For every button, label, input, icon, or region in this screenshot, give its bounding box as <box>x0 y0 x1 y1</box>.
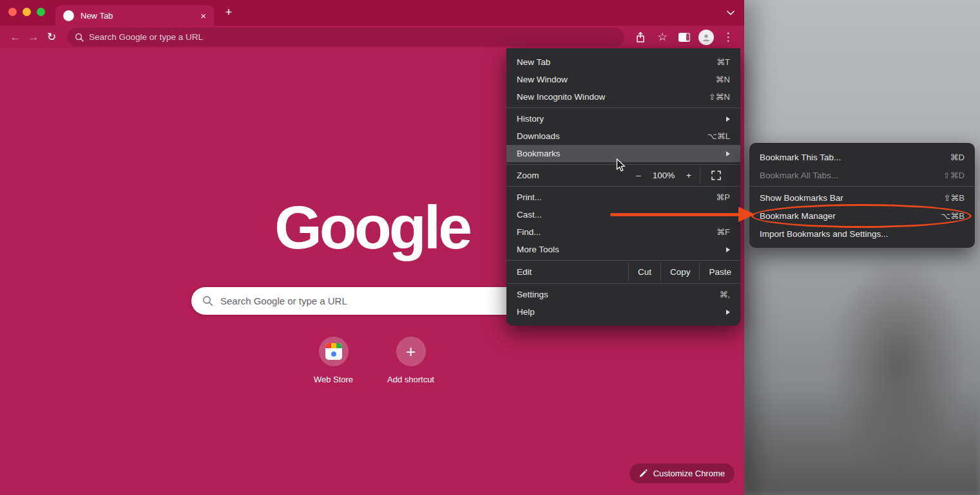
new-tab-button[interactable]: + <box>222 6 236 19</box>
shortcut-label: Web Store <box>314 375 353 384</box>
close-window-button[interactable] <box>8 8 17 16</box>
bookmark-star-icon[interactable]: ☆ <box>653 28 672 46</box>
menu-item-label: Find... <box>517 227 716 237</box>
fullscreen-icon[interactable] <box>702 171 730 180</box>
menu-item-label: Show Bookmarks Bar <box>760 193 943 203</box>
menu-item-new-window[interactable]: New Window ⌘N <box>506 71 740 88</box>
menu-item-label: Bookmark All Tabs... <box>760 171 943 180</box>
page-search-box[interactable]: Search Google or type a URL <box>191 287 552 315</box>
menu-item-label: New Tab <box>517 57 716 67</box>
menu-item-shortcut: ⌘T <box>716 57 730 67</box>
tab-favicon-icon <box>63 10 74 21</box>
menu-item-shortcut: ⌘, <box>719 290 730 299</box>
menu-item-downloads[interactable]: Downloads ⌥⌘L <box>506 127 740 145</box>
shortcut-web-store[interactable]: Web Store <box>300 337 367 384</box>
submenu-arrow-icon <box>726 247 730 252</box>
menu-item-print[interactable]: Print... ⌘P <box>506 189 740 206</box>
pencil-icon <box>639 469 648 478</box>
zoom-in-button[interactable]: + <box>679 171 698 180</box>
side-panel-glyph <box>678 33 690 42</box>
zoom-divider <box>700 167 700 184</box>
menu-separator <box>506 107 740 108</box>
menu-item-label: Import Bookmarks and Settings... <box>760 229 965 239</box>
menu-item-find[interactable]: Find... ⌘F <box>506 223 740 241</box>
toolbar-actions: ☆ ⋮ <box>631 28 738 46</box>
zoom-out-button[interactable]: – <box>629 171 648 180</box>
back-icon[interactable]: ← <box>6 31 24 44</box>
edit-paste-button[interactable]: Paste <box>699 263 740 281</box>
search-icon <box>75 33 84 42</box>
submenu-arrow-icon <box>726 151 730 156</box>
submenu-item-import-bookmarks[interactable]: Import Bookmarks and Settings... <box>749 225 975 243</box>
menu-item-label: Bookmarks <box>517 149 726 158</box>
minimize-window-button[interactable] <box>23 8 31 16</box>
zoom-level: 100% <box>648 171 679 180</box>
menu-item-label: Bookmark This Tab... <box>760 153 950 162</box>
search-icon <box>202 295 213 306</box>
menu-item-settings[interactable]: Settings ⌘, <box>506 286 740 303</box>
tab-close-icon[interactable]: × <box>200 11 206 21</box>
side-panel-icon[interactable] <box>675 28 694 46</box>
submenu-item-bookmark-this-tab[interactable]: Bookmark This Tab... ⌘D <box>749 148 975 166</box>
wallpaper-fog <box>744 386 980 495</box>
more-menu-icon[interactable]: ⋮ <box>718 28 738 46</box>
menu-item-shortcut: ⌘P <box>716 192 730 202</box>
address-bar[interactable]: Search Google or type a URL <box>67 28 624 46</box>
submenu-item-bookmark-manager[interactable]: Bookmark Manager ⌥⌘B <box>749 207 975 225</box>
reload-icon[interactable]: ↻ <box>43 30 61 44</box>
menu-item-shortcut: ⇧⌘B <box>943 193 965 203</box>
annotation-arrow-line <box>610 213 740 216</box>
menu-item-shortcut: ⌘F <box>716 227 730 237</box>
edit-cut-button[interactable]: Cut <box>628 263 660 281</box>
share-icon[interactable] <box>631 28 650 46</box>
toolbar: ← → ↻ Search Google or type a URL ☆ ⋮ <box>0 26 744 48</box>
submenu-arrow-icon <box>726 117 730 122</box>
address-placeholder: Search Google or type a URL <box>89 32 203 42</box>
web-store-icon <box>319 337 349 366</box>
menu-item-label: Downloads <box>517 131 707 141</box>
titlebar: New Tab × + <box>0 0 744 26</box>
menu-item-label: Help <box>517 307 726 317</box>
menu-item-new-tab[interactable]: New Tab ⌘T <box>506 53 740 71</box>
menu-separator <box>506 283 740 284</box>
zoom-controls: – 100% + <box>629 167 730 184</box>
menu-item-edit: Edit Cut Copy Paste <box>506 263 740 281</box>
zoom-window-button[interactable] <box>37 8 45 16</box>
menu-separator <box>506 260 740 261</box>
menu-item-new-incognito-window[interactable]: New Incognito Window ⇧⌘N <box>506 88 740 106</box>
menu-item-shortcut: ⌥⌘L <box>707 131 730 141</box>
menu-item-label: Print... <box>517 192 716 202</box>
page-search-placeholder: Search Google or type a URL <box>220 295 347 306</box>
submenu-item-bookmark-all-tabs: Bookmark All Tabs... ⇧⌘D <box>749 166 975 184</box>
menu-separator <box>749 186 975 187</box>
tab-title: New Tab <box>81 11 200 21</box>
submenu-item-show-bookmarks-bar[interactable]: Show Bookmarks Bar ⇧⌘B <box>749 189 975 207</box>
menu-item-label: Settings <box>517 290 719 299</box>
menu-item-label: New Window <box>517 75 716 84</box>
menu-item-label: Bookmark Manager <box>760 211 941 221</box>
menu-item-shortcut: ⇧⌘D <box>943 171 965 180</box>
menu-item-label: Zoom <box>517 171 629 180</box>
customize-chrome-label: Customize Chrome <box>653 469 725 478</box>
traffic-lights <box>8 8 45 16</box>
add-shortcut-plus-icon: + <box>396 337 426 366</box>
browser-tab[interactable]: New Tab × <box>55 5 214 26</box>
avatar-icon <box>698 30 714 45</box>
submenu-arrow-icon <box>726 310 730 315</box>
shortcut-label: Add shortcut <box>387 375 434 384</box>
tab-search-chevron-icon[interactable] <box>726 8 735 20</box>
forward-icon[interactable]: → <box>24 31 43 44</box>
menu-item-more-tools[interactable]: More Tools <box>506 241 740 258</box>
menu-item-label: New Incognito Window <box>517 92 709 102</box>
customize-chrome-button[interactable]: Customize Chrome <box>629 463 735 483</box>
menu-item-shortcut: ⇧⌘N <box>709 92 730 102</box>
menu-item-help[interactable]: Help <box>506 303 740 321</box>
menu-separator <box>506 186 740 187</box>
bookmarks-submenu: Bookmark This Tab... ⌘D Bookmark All Tab… <box>749 143 975 248</box>
shortcut-add[interactable]: + Add shortcut <box>378 337 445 384</box>
profile-avatar[interactable] <box>697 28 716 46</box>
menu-item-history[interactable]: History <box>506 110 740 127</box>
menu-item-shortcut: ⌘D <box>950 153 965 162</box>
edit-actions: Cut Copy Paste <box>628 263 740 281</box>
edit-copy-button[interactable]: Copy <box>660 263 700 281</box>
